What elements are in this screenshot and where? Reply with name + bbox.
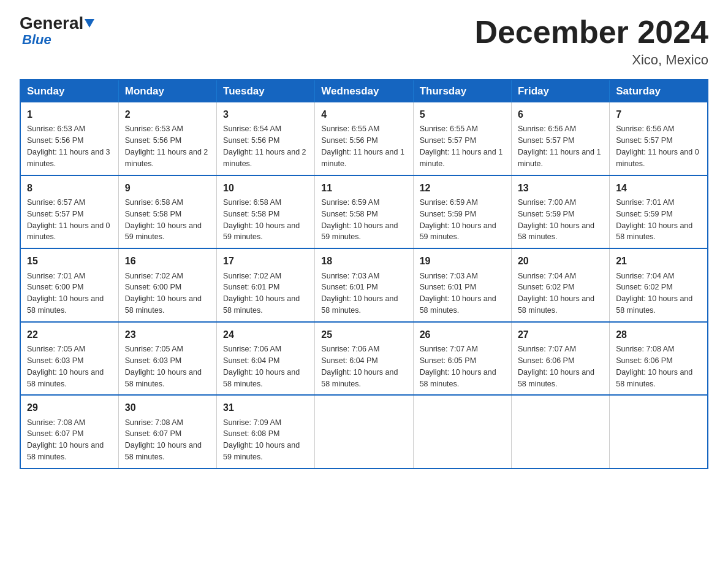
day-number: 31 xyxy=(223,400,308,415)
col-thursday: Thursday xyxy=(413,80,511,102)
day-info: Sunrise: 7:06 AMSunset: 6:04 PMDaylight:… xyxy=(321,345,398,388)
day-info: Sunrise: 7:02 AMSunset: 6:01 PMDaylight:… xyxy=(223,272,300,315)
calendar-cell: 30Sunrise: 7:08 AMSunset: 6:07 PMDayligh… xyxy=(118,395,216,469)
day-number: 6 xyxy=(518,107,603,121)
day-info: Sunrise: 6:56 AMSunset: 5:57 PMDaylight:… xyxy=(616,124,699,168)
day-number: 15 xyxy=(27,254,112,268)
day-number: 5 xyxy=(420,107,505,121)
calendar-cell: 17Sunrise: 7:02 AMSunset: 6:01 PMDayligh… xyxy=(217,248,315,322)
day-number: 9 xyxy=(125,181,210,195)
col-sunday: Sunday xyxy=(20,80,118,102)
day-info: Sunrise: 7:08 AMSunset: 6:06 PMDaylight:… xyxy=(616,345,692,388)
day-number: 1 xyxy=(27,107,112,121)
calendar-cell: 16Sunrise: 7:02 AMSunset: 6:00 PMDayligh… xyxy=(118,248,216,322)
day-number: 3 xyxy=(223,107,308,121)
calendar-cell: 27Sunrise: 7:07 AMSunset: 6:06 PMDayligh… xyxy=(511,322,609,396)
day-number: 18 xyxy=(321,254,406,268)
calendar-cell: 14Sunrise: 7:01 AMSunset: 5:59 PMDayligh… xyxy=(610,175,708,249)
calendar-row-4: 22Sunrise: 7:05 AMSunset: 6:03 PMDayligh… xyxy=(20,322,708,396)
day-number: 17 xyxy=(223,254,308,268)
calendar-row-5: 29Sunrise: 7:08 AMSunset: 6:07 PMDayligh… xyxy=(20,395,708,469)
calendar-cell: 1Sunrise: 6:53 AMSunset: 5:56 PMDaylight… xyxy=(20,102,118,175)
day-info: Sunrise: 7:02 AMSunset: 6:00 PMDaylight:… xyxy=(125,272,202,315)
day-info: Sunrise: 6:57 AMSunset: 5:57 PMDaylight:… xyxy=(27,198,110,242)
day-number: 29 xyxy=(27,400,112,415)
day-info: Sunrise: 6:54 AMSunset: 5:56 PMDaylight:… xyxy=(223,124,306,168)
col-wednesday: Wednesday xyxy=(315,80,413,102)
calendar-body: 1Sunrise: 6:53 AMSunset: 5:56 PMDaylight… xyxy=(20,102,708,469)
day-number: 28 xyxy=(616,327,701,342)
day-info: Sunrise: 7:01 AMSunset: 6:00 PMDaylight:… xyxy=(27,272,104,315)
day-info: Sunrise: 6:53 AMSunset: 5:56 PMDaylight:… xyxy=(27,124,110,168)
day-number: 25 xyxy=(321,327,406,342)
calendar-cell xyxy=(413,395,511,469)
calendar-cell xyxy=(315,395,413,469)
page-header: General Blue December 2024 Xico, Mexico xyxy=(20,15,708,68)
day-number: 19 xyxy=(420,254,505,268)
day-info: Sunrise: 7:05 AMSunset: 6:03 PMDaylight:… xyxy=(125,345,202,388)
svg-marker-0 xyxy=(85,19,94,28)
logo-general-text: General xyxy=(20,13,94,33)
day-number: 10 xyxy=(223,181,308,195)
day-info: Sunrise: 7:09 AMSunset: 6:08 PMDaylight:… xyxy=(223,418,300,462)
header-row: Sunday Monday Tuesday Wednesday Thursday… xyxy=(20,80,708,102)
calendar-cell: 6Sunrise: 6:56 AMSunset: 5:57 PMDaylight… xyxy=(511,102,609,175)
calendar-cell xyxy=(610,395,708,469)
calendar-cell: 22Sunrise: 7:05 AMSunset: 6:03 PMDayligh… xyxy=(20,322,118,396)
title-block: December 2024 Xico, Mexico xyxy=(474,15,708,68)
day-number: 13 xyxy=(518,181,603,195)
day-number: 8 xyxy=(27,181,112,195)
calendar-cell: 29Sunrise: 7:08 AMSunset: 6:07 PMDayligh… xyxy=(20,395,118,469)
calendar-cell: 23Sunrise: 7:05 AMSunset: 6:03 PMDayligh… xyxy=(118,322,216,396)
day-info: Sunrise: 7:04 AMSunset: 6:02 PMDaylight:… xyxy=(518,272,594,315)
calendar-title: December 2024 xyxy=(474,15,708,50)
logo-general-line: General xyxy=(20,15,94,32)
calendar-row-3: 15Sunrise: 7:01 AMSunset: 6:00 PMDayligh… xyxy=(20,248,708,322)
col-friday: Friday xyxy=(511,80,609,102)
day-info: Sunrise: 7:04 AMSunset: 6:02 PMDaylight:… xyxy=(616,272,692,315)
calendar-location: Xico, Mexico xyxy=(474,52,708,68)
logo-blue-text: Blue xyxy=(22,32,51,48)
calendar-row-1: 1Sunrise: 6:53 AMSunset: 5:56 PMDaylight… xyxy=(20,102,708,175)
day-number: 7 xyxy=(616,107,701,121)
calendar-cell: 12Sunrise: 6:59 AMSunset: 5:59 PMDayligh… xyxy=(413,175,511,249)
day-number: 2 xyxy=(125,107,210,121)
day-number: 14 xyxy=(616,181,701,195)
day-info: Sunrise: 7:08 AMSunset: 6:07 PMDaylight:… xyxy=(27,418,104,462)
day-info: Sunrise: 6:56 AMSunset: 5:57 PMDaylight:… xyxy=(518,124,601,168)
logo: General Blue xyxy=(20,15,94,48)
day-number: 16 xyxy=(125,254,210,268)
day-info: Sunrise: 7:00 AMSunset: 5:59 PMDaylight:… xyxy=(518,198,594,242)
day-info: Sunrise: 6:55 AMSunset: 5:57 PMDaylight:… xyxy=(420,124,503,168)
col-saturday: Saturday xyxy=(610,80,708,102)
day-info: Sunrise: 6:59 AMSunset: 5:58 PMDaylight:… xyxy=(321,198,398,242)
day-number: 24 xyxy=(223,327,308,342)
day-info: Sunrise: 7:08 AMSunset: 6:07 PMDaylight:… xyxy=(125,418,202,462)
calendar-row-2: 8Sunrise: 6:57 AMSunset: 5:57 PMDaylight… xyxy=(20,175,708,249)
day-info: Sunrise: 7:07 AMSunset: 6:06 PMDaylight:… xyxy=(518,345,594,388)
day-info: Sunrise: 7:03 AMSunset: 6:01 PMDaylight:… xyxy=(321,272,398,315)
calendar-cell: 9Sunrise: 6:58 AMSunset: 5:58 PMDaylight… xyxy=(118,175,216,249)
day-number: 27 xyxy=(518,327,603,342)
col-tuesday: Tuesday xyxy=(217,80,315,102)
calendar-cell: 3Sunrise: 6:54 AMSunset: 5:56 PMDaylight… xyxy=(217,102,315,175)
calendar-cell: 5Sunrise: 6:55 AMSunset: 5:57 PMDaylight… xyxy=(413,102,511,175)
day-number: 23 xyxy=(125,327,210,342)
day-number: 21 xyxy=(616,254,701,268)
day-info: Sunrise: 6:59 AMSunset: 5:59 PMDaylight:… xyxy=(420,198,496,242)
day-info: Sunrise: 7:05 AMSunset: 6:03 PMDaylight:… xyxy=(27,345,104,388)
day-info: Sunrise: 6:55 AMSunset: 5:56 PMDaylight:… xyxy=(321,124,404,168)
day-info: Sunrise: 7:01 AMSunset: 5:59 PMDaylight:… xyxy=(616,198,692,242)
day-info: Sunrise: 7:06 AMSunset: 6:04 PMDaylight:… xyxy=(223,345,300,388)
day-number: 30 xyxy=(125,400,210,415)
day-info: Sunrise: 6:58 AMSunset: 5:58 PMDaylight:… xyxy=(223,198,300,242)
day-number: 20 xyxy=(518,254,603,268)
calendar-cell: 18Sunrise: 7:03 AMSunset: 6:01 PMDayligh… xyxy=(315,248,413,322)
calendar-cell: 8Sunrise: 6:57 AMSunset: 5:57 PMDaylight… xyxy=(20,175,118,249)
col-monday: Monday xyxy=(118,80,216,102)
day-number: 4 xyxy=(321,107,406,121)
calendar-cell: 7Sunrise: 6:56 AMSunset: 5:57 PMDaylight… xyxy=(610,102,708,175)
calendar-cell: 28Sunrise: 7:08 AMSunset: 6:06 PMDayligh… xyxy=(610,322,708,396)
day-number: 11 xyxy=(321,181,406,195)
day-info: Sunrise: 7:07 AMSunset: 6:05 PMDaylight:… xyxy=(420,345,496,388)
